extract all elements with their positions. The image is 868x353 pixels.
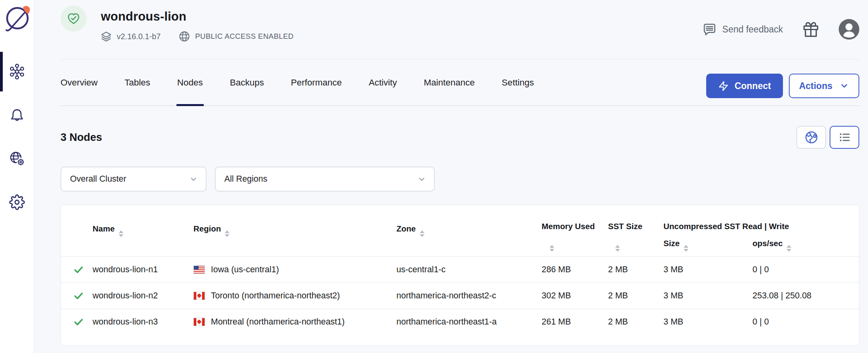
canada-flag-icon: [193, 292, 205, 300]
tab-nodes[interactable]: Nodes: [177, 78, 203, 105]
node-region: Montreal (northamerica-northeast1): [193, 309, 396, 335]
node-zone: northamerica-northeast1-a: [396, 309, 542, 335]
planet-logo-icon: [3, 2, 31, 34]
title-block: wondrous-lion v2.16.0.1-b7: [101, 5, 294, 59]
zone-column-header[interactable]: Zone: [396, 205, 542, 256]
sidebar: [0, 0, 34, 353]
bolt-icon: [718, 81, 729, 91]
access-meta: PUBLIC ACCESS ENABLED: [179, 31, 294, 42]
tab-performance[interactable]: Performance: [291, 78, 342, 105]
actions-label: Actions: [799, 81, 832, 91]
tab-overview[interactable]: Overview: [61, 78, 98, 105]
view-toggles: [796, 126, 859, 149]
ops-sec-column-header[interactable]: ops/sec: [752, 234, 859, 256]
node-read-write-ops: 253.08 | 250.08: [752, 283, 859, 309]
chevron-down-icon: [189, 175, 198, 184]
cluster-scope-value: Overall Cluster: [70, 174, 126, 184]
bell-icon: [9, 107, 25, 123]
node-name: wondrous-lion-n3: [93, 309, 193, 335]
table-row: wondrous-lion-n3: [61, 309, 859, 335]
memory-used-sort[interactable]: [542, 234, 608, 256]
nodes-table: Name Region Zone Memory Used SST Size: [61, 205, 859, 335]
sort-icon: [225, 230, 229, 237]
heart-check-icon: [66, 11, 81, 26]
table-row: wondrous-lion-n1: [61, 256, 859, 283]
sidebar-item-alerts[interactable]: [0, 95, 34, 135]
node-memory: 302 MB: [542, 283, 608, 309]
globe-gear-icon: [9, 150, 25, 167]
tab-backups[interactable]: Backups: [230, 78, 264, 105]
node-sst-size: 2 MB: [608, 256, 663, 283]
sidebar-item-network[interactable]: [0, 139, 34, 178]
tabs-bar: Overview Tables Nodes Backups Performanc…: [61, 59, 859, 106]
user-avatar[interactable]: [839, 19, 859, 40]
sidebar-item-settings[interactable]: [0, 182, 34, 222]
sort-icon: [119, 230, 123, 237]
uncompressed-size-column-header[interactable]: Size: [663, 234, 752, 256]
node-memory: 261 MB: [542, 309, 608, 335]
sidebar-nav: [0, 52, 34, 222]
sort-icon: [420, 230, 425, 237]
connect-label: Connect: [735, 81, 771, 91]
tab-activity[interactable]: Activity: [369, 78, 397, 105]
node-zone: us-central1-c: [396, 256, 542, 283]
nodes-count-heading: 3 Nodes: [61, 131, 102, 144]
cluster-icon: [9, 63, 25, 80]
region-scope-select[interactable]: All Regions: [215, 167, 435, 192]
node-memory: 286 MB: [542, 256, 608, 283]
node-read-write-ops: 0 | 0: [752, 256, 859, 283]
region-column-header[interactable]: Region: [193, 205, 396, 256]
us-flag-icon: [193, 266, 205, 274]
status-column-header: [61, 205, 93, 256]
cluster-meta: v2.16.0.1-b7 PUBLIC ACCESS ENABLED: [101, 31, 294, 42]
app-logo[interactable]: [3, 2, 31, 34]
check-icon: [73, 264, 84, 275]
node-region: Iowa (us-central1): [193, 256, 396, 283]
sort-icon: [787, 245, 791, 252]
map-globe-icon: [804, 130, 819, 144]
node-uncompressed-size: 3 MB: [663, 256, 752, 283]
map-view-toggle[interactable]: [796, 126, 826, 149]
region-scope-value: All Regions: [224, 174, 267, 184]
actions-button[interactable]: Actions: [789, 74, 859, 98]
nodes-table-card: Name Region Zone Memory Used SST Size: [61, 205, 859, 346]
node-sst-size: 2 MB: [608, 283, 663, 309]
connect-button[interactable]: Connect: [706, 74, 783, 98]
gift-button[interactable]: [803, 21, 819, 38]
sort-icon: [684, 245, 688, 252]
tab-settings[interactable]: Settings: [502, 78, 534, 105]
cluster-header: wondrous-lion v2.16.0.1-b7: [61, 0, 859, 59]
node-filters: Overall Cluster All Regions: [61, 167, 859, 192]
canada-flag-icon: [193, 318, 205, 326]
uncompressed-sst-group-header: Uncompressed SST Read | Write: [663, 205, 859, 234]
gear-icon: [9, 194, 25, 210]
list-view-toggle[interactable]: [830, 126, 859, 149]
version-label: v2.16.0.1-b7: [117, 32, 161, 41]
node-zone: northamerica-northeast2-c: [396, 283, 542, 309]
send-feedback-button[interactable]: Send feedback: [702, 22, 783, 37]
feedback-bubble-icon: [702, 22, 717, 37]
main-content: wondrous-lion v2.16.0.1-b7: [34, 0, 868, 353]
cluster-scope-select[interactable]: Overall Cluster: [61, 167, 207, 192]
node-name: wondrous-lion-n2: [93, 283, 193, 309]
sidebar-item-clusters[interactable]: [0, 52, 34, 91]
table-row: wondrous-lion-n2: [61, 283, 859, 309]
send-feedback-label: Send feedback: [722, 24, 783, 35]
list-icon: [838, 130, 852, 144]
node-read-write-ops: 0 | 0: [752, 309, 859, 335]
version-meta: v2.16.0.1-b7: [101, 31, 161, 42]
name-column-header[interactable]: Name: [93, 205, 193, 256]
sst-size-sort[interactable]: [608, 234, 663, 256]
avatar-icon: [839, 19, 859, 40]
access-label: PUBLIC ACCESS ENABLED: [195, 32, 294, 41]
memory-used-column-header[interactable]: Memory Used: [542, 205, 608, 234]
node-uncompressed-size: 3 MB: [663, 309, 752, 335]
layers-icon: [101, 31, 112, 42]
sst-size-column-header[interactable]: SST Size: [608, 205, 663, 234]
check-icon: [73, 317, 84, 327]
tab-tables[interactable]: Tables: [125, 78, 150, 105]
node-uncompressed-size: 3 MB: [663, 283, 752, 309]
tab-maintenance[interactable]: Maintenance: [424, 78, 475, 105]
node-sst-size: 2 MB: [608, 309, 663, 335]
node-status-healthy: [61, 256, 93, 283]
